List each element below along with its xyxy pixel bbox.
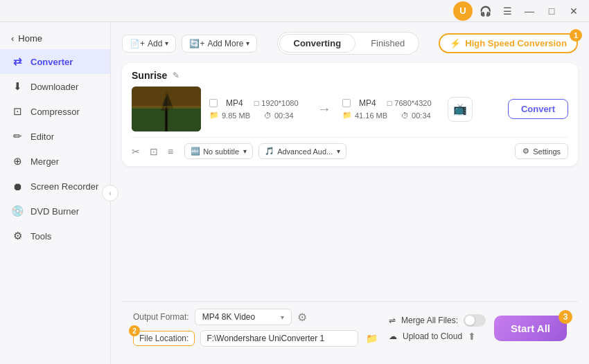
titlebar: U 🎧 ☰ — □ ✕: [0, 0, 589, 22]
input-file-info: MP4 □ 1920*1080 📁 9.85 MB ⏱: [209, 98, 306, 120]
edit-title-icon[interactable]: ✎: [173, 71, 179, 80]
settings-gear-icon: ⚙: [522, 147, 529, 156]
effects-icon[interactable]: ≡: [168, 146, 173, 157]
subtitle-icon: 🔤: [191, 147, 200, 156]
settings-label: Settings: [533, 147, 561, 156]
output-duration: 00:34: [412, 111, 431, 120]
sidebar-label-merger: Merger: [30, 156, 59, 167]
speed-badge: 1: [570, 29, 582, 42]
sidebar-label-converter: Converter: [30, 57, 73, 67]
output-format-check[interactable]: [342, 99, 351, 107]
output-format-label: MP4: [359, 98, 376, 108]
home-label: Home: [18, 33, 42, 44]
minimize-button[interactable]: —: [520, 1, 539, 21]
sidebar-item-merger[interactable]: ⊕ Merger: [0, 149, 110, 174]
svg-rect-5: [165, 113, 168, 131]
lightning-icon: ⚡: [450, 38, 461, 48]
format-chevron-icon: ▾: [281, 313, 284, 321]
input-folder-icon: 📁 9.85 MB: [209, 111, 250, 120]
device-settings-button[interactable]: 📺: [448, 97, 473, 122]
audio-selector[interactable]: 🎵 Advanced Aud... ▾: [258, 143, 346, 159]
sidebar-label-compressor: Compressor: [30, 107, 80, 117]
upload-cloud-row: ☁ Upload to Cloud ⬆: [389, 331, 486, 342]
edit-icons: ✂ ⊡ ≡: [132, 146, 173, 157]
maximize-button[interactable]: □: [542, 1, 561, 21]
settings-button[interactable]: ⚙ Settings: [515, 143, 568, 159]
merger-icon: ⊕: [11, 155, 24, 167]
toggle-knob: [465, 316, 475, 325]
subtitle-selector[interactable]: 🔤 No subtitle ▾: [184, 143, 253, 159]
crop-icon[interactable]: ⊡: [150, 146, 158, 157]
merge-toggle[interactable]: [464, 314, 486, 327]
sidebar-label-downloader: Downloader: [30, 82, 78, 92]
output-format-row: Output Format: MP4 8K Video ▾ ⚙: [133, 309, 380, 325]
sidebar-collapse-button[interactable]: ‹: [102, 185, 118, 201]
sidebar-label-editor: Editor: [30, 131, 54, 142]
sidebar-label-dvd-burner: DVD Burner: [30, 206, 79, 217]
settings-format-icon[interactable]: ⚙: [297, 311, 307, 324]
file-location-row: File Location: 2 F:\Wondershare UniConve…: [133, 329, 380, 347]
input-format-check[interactable]: [209, 99, 218, 107]
home-back-button[interactable]: ‹ Home: [0, 28, 110, 49]
output-size-row: 📁 41.16 MB ⏱ 00:34: [342, 111, 439, 120]
file-location-label: File Location:: [133, 331, 195, 346]
upload-cloud-icon: ⬆: [468, 331, 476, 342]
subtitle-chevron: ▾: [243, 147, 247, 155]
sidebar-item-screen-recorder[interactable]: ⏺ Screen Recorder: [0, 174, 110, 199]
sidebar-item-converter[interactable]: ⇄ Converter: [0, 49, 110, 74]
output-format-value: MP4 8K Video: [202, 312, 256, 322]
toolbar-left: 📄+ Add ▾ 🔄+ Add More ▾: [122, 35, 257, 53]
start-all-button[interactable]: Start All 3: [494, 316, 567, 341]
device-icon: 📺: [453, 102, 467, 116]
output-format-row: MP4 □ 7680*4320: [342, 98, 439, 108]
svg-rect-1: [132, 107, 201, 131]
cut-icon[interactable]: ✂: [132, 146, 140, 157]
thumbnail-image: [132, 87, 201, 131]
folder-icon: 📁: [209, 111, 219, 120]
add-file-button[interactable]: 📄+ Add ▾: [122, 35, 176, 53]
file-thumbnail: [132, 87, 201, 131]
high-speed-conversion-button[interactable]: ⚡ High Speed Conversion 1: [439, 33, 578, 53]
browse-folder-button[interactable]: 📁: [362, 329, 380, 347]
sidebar-item-editor[interactable]: ✏ Editor: [0, 124, 110, 149]
close-button[interactable]: ✕: [564, 1, 583, 21]
drop-zone: [122, 172, 578, 301]
file-path-area: F:\Wondershare UniConverter 1 📁: [200, 329, 380, 347]
output-format-selector[interactable]: MP4 8K Video ▾: [195, 309, 292, 325]
sidebar: ‹ Home ⇄ Converter ⬇ Downloader ⊡ Compre…: [0, 22, 111, 364]
input-format-label: MP4: [226, 98, 243, 108]
start-all-label: Start All: [511, 322, 550, 334]
converting-tab[interactable]: Converting: [279, 34, 356, 53]
headphone-icon[interactable]: 🎧: [475, 1, 495, 21]
output-folder-item: 📁 41.16 MB: [342, 111, 387, 120]
merge-icon: ⇌: [389, 316, 396, 325]
sidebar-item-dvd-burner[interactable]: 💿 DVD Burner: [0, 199, 110, 224]
file-body: MP4 □ 1920*1080 📁 9.85 MB ⏱: [132, 87, 568, 131]
resolution-icon: □: [254, 99, 259, 107]
file-location-wrapper: File Location: 2: [133, 331, 195, 346]
add-more-label: Add More: [207, 39, 243, 48]
merge-label: Merge All Files:: [401, 316, 458, 325]
main-content: 📄+ Add ▾ 🔄+ Add More ▾ Converting Finish…: [111, 22, 589, 364]
user-icon[interactable]: U: [453, 1, 473, 21]
output-clock-icon: ⏱: [401, 111, 409, 120]
sidebar-item-tools[interactable]: ⚙ Tools: [0, 224, 110, 248]
merge-upload-column: ⇌ Merge All Files: ☁ Upload to Cloud ⬆: [389, 314, 486, 342]
bottom-bar: Output Format: MP4 8K Video ▾ ⚙ File Loc…: [122, 301, 578, 354]
add-more-icon: 🔄+: [189, 39, 204, 48]
output-duration-item: ⏱ 00:34: [401, 111, 431, 120]
file-path-input[interactable]: F:\Wondershare UniConverter 1: [200, 330, 358, 347]
input-format-row: MP4 □ 1920*1080: [209, 98, 306, 108]
sidebar-item-downloader[interactable]: ⬇ Downloader: [0, 74, 110, 99]
output-folder-icon: 📁: [342, 111, 352, 120]
file-card: Sunrise ✎: [122, 63, 578, 166]
input-size-row: 📁 9.85 MB ⏱ 00:34: [209, 111, 306, 120]
clock-icon: ⏱: [264, 111, 272, 120]
toolbar-row: 📄+ Add ▾ 🔄+ Add More ▾ Converting Finish…: [122, 32, 578, 55]
audio-chevron: ▾: [337, 147, 340, 155]
convert-button[interactable]: Convert: [508, 99, 568, 119]
menu-icon[interactable]: ☰: [498, 1, 517, 21]
sidebar-item-compressor[interactable]: ⊡ Compressor: [0, 99, 110, 124]
add-more-button[interactable]: 🔄+ Add More ▾: [182, 35, 257, 53]
finished-tab[interactable]: Finished: [357, 33, 419, 54]
